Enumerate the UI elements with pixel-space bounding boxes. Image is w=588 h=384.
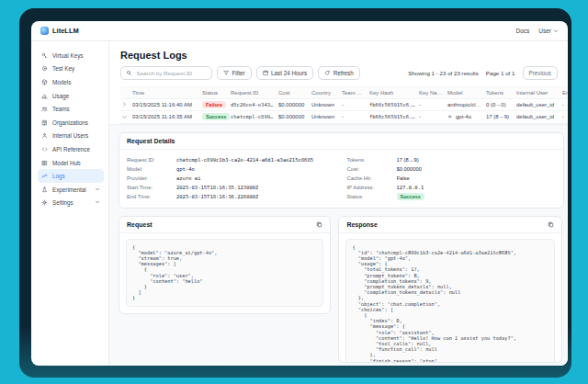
sidebar-item-internal-users[interactable]: Internal Users	[38, 130, 104, 143]
desktop-background: LiteLLM Docs User Virtual Keys Test Key	[0, 0, 588, 384]
sidebar-item-organizations[interactable]: Organizations	[38, 116, 104, 130]
teams-icon	[41, 106, 48, 112]
provider-value: azure_ai	[176, 175, 201, 181]
chevron-down-icon	[95, 199, 100, 206]
gear-icon	[41, 199, 48, 206]
col-internal-user: Internal User	[516, 90, 562, 96]
sidebar-item-settings[interactable]: Settings	[38, 197, 104, 210]
response-panel: Response { "id": "chatcmpl-c899c1b3-ca2e…	[338, 216, 562, 363]
litellm-logo-icon	[40, 27, 49, 35]
litellm-app: LiteLLM Docs User Virtual Keys Test Key	[31, 21, 568, 366]
user-menu[interactable]: User	[538, 28, 559, 34]
col-key-hash: Key Hash	[369, 90, 419, 96]
end-time-value: 2025-03-15T18:16:36.228000Z	[176, 194, 258, 199]
col-key-name: Key Name	[419, 90, 447, 96]
request-json[interactable]: { "model": "azure_ai/gpt-4o", "stream": …	[126, 239, 323, 307]
request-panel: Request { "model": "azure_ai/gpt-4o", "s…	[119, 216, 331, 314]
response-json[interactable]: { "id": "chatcmpl-c899c1b3-ca2e-4214-a6d…	[345, 239, 555, 363]
calendar-icon	[263, 70, 269, 76]
table-header: Time Status Request ID Cost Country Team…	[120, 86, 568, 99]
expand-row-icon[interactable]	[120, 101, 132, 107]
request-details-card: Request Details Request ID:chatcmpl-c899…	[119, 132, 564, 209]
logs-table: Time Status Request ID Cost Country Team…	[120, 86, 568, 124]
models-icon	[41, 79, 48, 85]
sidebar-item-virtual-keys[interactable]: Virtual Keys	[38, 49, 104, 62]
page-indicator: Page 1 of 1	[486, 70, 515, 76]
request-panel-title: Request	[127, 221, 153, 228]
organization-icon	[41, 119, 48, 126]
col-request-id: Request ID	[231, 90, 278, 96]
internal-users-icon	[41, 132, 48, 139]
sidebar: Virtual Keys Test Key Models Usage Teams…	[31, 41, 108, 366]
model-hub-icon	[41, 160, 48, 166]
collapse-row-icon[interactable]	[120, 114, 132, 120]
filter-icon	[223, 70, 230, 76]
col-team-name: Team Name	[342, 90, 369, 96]
sidebar-item-logs[interactable]: Logs	[38, 169, 104, 183]
copy-icon[interactable]	[548, 221, 554, 228]
test-key-icon	[41, 65, 48, 72]
previous-page-button[interactable]: Previous	[523, 66, 559, 80]
search-icon	[126, 70, 132, 76]
results-count: Showing 1 - 23 of 23 results	[408, 70, 479, 76]
request-details-title: Request Details	[127, 138, 175, 144]
model-provider-icon	[447, 114, 453, 119]
sidebar-item-models[interactable]: Models	[38, 75, 104, 89]
col-end-user: End User	[562, 90, 568, 96]
litellm-logo[interactable]: LiteLLM	[40, 27, 79, 35]
table-row-expanded[interactable]: 03/15/2025 11:16:35 AM Success chatcmpl-…	[120, 111, 568, 124]
sidebar-item-teams[interactable]: Teams	[38, 102, 104, 116]
status-badge: Success	[397, 193, 424, 200]
col-status: Status	[202, 90, 231, 96]
toolbar: Filter Last 24 Hours Refresh Showing 1 -…	[120, 66, 562, 80]
start-time-value: 2025-03-15T18:16:35.123000Z	[176, 185, 258, 190]
sidebar-item-test-key[interactable]: Test Key	[38, 62, 104, 76]
request-id-value: chatcmpl-c899c1b3-ca2e-4214-a6d1-a3ae215…	[176, 157, 313, 163]
browser-window: LiteLLM Docs User Virtual Keys Test Key	[19, 8, 571, 378]
user-menu-label: User	[538, 28, 551, 34]
search-input[interactable]	[135, 69, 208, 77]
main-content: Request Logs Filter Last 24 Hours Refres…	[108, 41, 568, 366]
cache-hit-value: False	[397, 175, 410, 181]
col-country: Country	[311, 90, 342, 96]
refresh-icon	[324, 70, 331, 76]
top-navbar: LiteLLM Docs User	[31, 21, 568, 41]
response-panel-title: Response	[346, 221, 377, 228]
refresh-button[interactable]: Refresh	[318, 66, 360, 80]
tokens-value: 17 (8→9)	[397, 157, 419, 163]
logs-icon	[41, 173, 48, 179]
cost-value: $0.000000	[397, 166, 422, 172]
docs-link[interactable]: Docs	[515, 28, 529, 34]
sidebar-item-experimental[interactable]: Experimental	[38, 183, 104, 197]
filter-button[interactable]: Filter	[217, 66, 252, 80]
status-badge: Failure	[202, 101, 226, 108]
usage-icon	[41, 93, 48, 99]
table-row[interactable]: 03/15/2025 11:16:40 AM Failure d5c26ce4-…	[120, 99, 568, 112]
page-title: Request Logs	[120, 50, 568, 61]
sidebar-item-model-hub[interactable]: Model Hub	[38, 156, 104, 170]
sidebar-item-api-reference[interactable]: API Reference	[38, 142, 104, 156]
col-tokens: Tokens	[486, 90, 516, 96]
ip-address-value: 127.0.0.1	[397, 185, 424, 190]
status-badge: Success	[202, 113, 230, 120]
search-box[interactable]	[120, 66, 212, 80]
copy-icon[interactable]	[316, 221, 322, 228]
sidebar-item-usage[interactable]: Usage	[38, 89, 104, 103]
col-time: Time	[132, 90, 202, 96]
model-value: gpt-4o	[176, 166, 195, 172]
brand-name: LiteLLM	[52, 27, 79, 35]
api-reference-icon	[41, 146, 48, 152]
chevron-down-icon	[553, 28, 559, 34]
key-icon	[41, 52, 48, 59]
col-model: Model	[447, 90, 486, 96]
time-range-button[interactable]: Last 24 Hours	[256, 66, 314, 80]
expanded-row-detail: Request Details Request ID:chatcmpl-c899…	[109, 124, 568, 367]
col-cost: Cost	[278, 90, 311, 96]
chevron-down-icon	[95, 186, 100, 193]
experimental-icon	[41, 186, 48, 193]
